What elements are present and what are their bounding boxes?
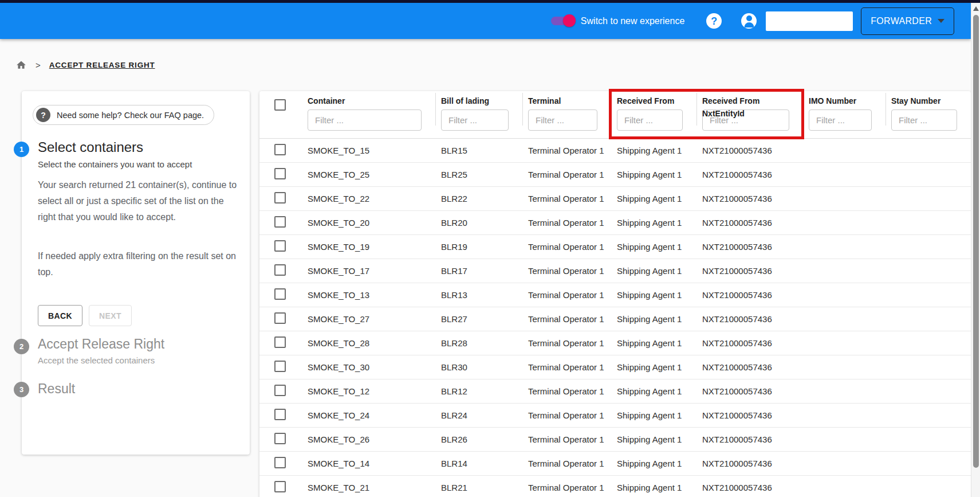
- row-checkbox[interactable]: [274, 481, 286, 492]
- row-checkbox[interactable]: [274, 433, 286, 444]
- scrollbar-thumb[interactable]: [973, 15, 979, 468]
- column-label-bill-of-lading[interactable]: Bill of lading: [441, 95, 522, 109]
- cell-bill-of-lading: BLR17: [435, 266, 522, 276]
- row-checkbox[interactable]: [274, 240, 286, 252]
- column-imo-number: IMO Number: [803, 91, 885, 131]
- row-checkbox[interactable]: [274, 457, 286, 468]
- column-label-received-from-nxtentityid[interactable]: Received From NxtEntityId: [702, 95, 803, 109]
- cell-bill-of-lading: BLR28: [435, 338, 522, 348]
- cell-bill-of-lading: BLR19: [435, 242, 522, 252]
- table-row[interactable]: SMOKE_TO_12BLR12Terminal Operator 1Shipp…: [259, 379, 971, 404]
- table-row[interactable]: SMOKE_TO_21BLR21Terminal Operator 1Shipp…: [259, 476, 971, 497]
- table-row[interactable]: SMOKE_TO_30BLR30Terminal Operator 1Shipp…: [259, 355, 971, 379]
- vertical-scrollbar[interactable]: [971, 3, 980, 497]
- table-row[interactable]: SMOKE_TO_24BLR24Terminal Operator 1Shipp…: [259, 404, 971, 428]
- wizard-buttons: BACK NEXT: [38, 305, 132, 326]
- column-label-container[interactable]: Container: [308, 95, 435, 109]
- cell-received-from-nxt-entity-id: NXT21000057436: [696, 362, 803, 372]
- select-all-cell: [259, 91, 302, 131]
- column-terminal: Terminal: [522, 91, 611, 131]
- faq-help-pill[interactable]: ? Need some help? Check our FAQ page.: [33, 105, 214, 125]
- step-1-subtitle: Select the containers you want to accept: [38, 159, 239, 169]
- row-checkbox-cell: [259, 144, 302, 157]
- filter-input-bill-of-lading[interactable]: [441, 109, 509, 131]
- table-row[interactable]: SMOKE_TO_28BLR28Terminal Operator 1Shipp…: [259, 331, 971, 355]
- row-checkbox[interactable]: [274, 216, 286, 228]
- table-row[interactable]: SMOKE_TO_20BLR20Terminal Operator 1Shipp…: [259, 211, 971, 235]
- column-label-imo-number[interactable]: IMO Number: [809, 95, 885, 109]
- cell-received-from-nxt-entity-id: NXT21000057436: [696, 194, 803, 204]
- cell-received-from: Shipping Agent 1: [611, 338, 696, 348]
- column-label-received-from[interactable]: Received From: [617, 95, 696, 109]
- row-checkbox[interactable]: [274, 336, 286, 348]
- cell-received-from: Shipping Agent 1: [611, 386, 696, 396]
- cell-container: SMOKE_TO_27: [302, 314, 435, 324]
- row-checkbox[interactable]: [274, 168, 286, 179]
- cell-terminal: Terminal Operator 1: [522, 170, 611, 179]
- next-button[interactable]: NEXT: [89, 305, 132, 326]
- table-row[interactable]: SMOKE_TO_26BLR26Terminal Operator 1Shipp…: [259, 428, 971, 452]
- help-icon[interactable]: ?: [706, 13, 722, 29]
- step-1-badge: 1: [14, 142, 29, 157]
- table-row[interactable]: SMOKE_TO_17BLR17Terminal Operator 1Shipp…: [259, 259, 971, 283]
- cell-received-from-nxt-entity-id: NXT21000057436: [696, 338, 803, 348]
- experience-toggle[interactable]: [551, 17, 574, 25]
- row-checkbox[interactable]: [274, 409, 286, 420]
- row-checkbox[interactable]: [274, 264, 286, 276]
- header-text-input[interactable]: [766, 11, 853, 31]
- scrollbar-up-arrow[interactable]: [973, 6, 979, 11]
- step-2-badge: 2: [14, 339, 29, 354]
- home-icon[interactable]: [15, 60, 27, 71]
- row-checkbox-cell: [259, 312, 302, 326]
- cell-container: SMOKE_TO_12: [302, 386, 435, 396]
- table-body: SMOKE_TO_15BLR15Terminal Operator 1Shipp…: [259, 139, 971, 497]
- toggle-thumb[interactable]: [563, 14, 576, 27]
- cell-container: SMOKE_TO_13: [302, 290, 435, 300]
- cell-bill-of-lading: BLR14: [435, 459, 522, 468]
- table-row[interactable]: SMOKE_TO_14BLR14Terminal Operator 1Shipp…: [259, 452, 971, 476]
- filter-input-imo-number[interactable]: [809, 109, 872, 131]
- filter-input-stay-number[interactable]: [891, 109, 957, 131]
- cell-bill-of-lading: BLR27: [435, 314, 522, 324]
- cell-received-from: Shipping Agent 1: [611, 194, 696, 204]
- row-checkbox[interactable]: [274, 144, 286, 155]
- table-row[interactable]: SMOKE_TO_19BLR19Terminal Operator 1Shipp…: [259, 235, 971, 259]
- table-row[interactable]: SMOKE_TO_13BLR13Terminal Operator 1Shipp…: [259, 283, 971, 307]
- filter-input-container[interactable]: [308, 109, 422, 131]
- cell-container: SMOKE_TO_14: [302, 459, 435, 468]
- table-row[interactable]: SMOKE_TO_27BLR27Terminal Operator 1Shipp…: [259, 307, 971, 331]
- row-checkbox-cell: [259, 336, 302, 350]
- back-button[interactable]: BACK: [38, 305, 82, 326]
- cell-terminal: Terminal Operator 1: [522, 194, 611, 204]
- step-3-badge: 3: [14, 382, 29, 397]
- filter-input-terminal[interactable]: [528, 109, 597, 131]
- filter-input-received-from[interactable]: [617, 109, 683, 131]
- row-checkbox[interactable]: [274, 361, 286, 372]
- step-3-section: Result: [38, 381, 239, 397]
- cell-received-from: Shipping Agent 1: [611, 242, 696, 252]
- row-checkbox[interactable]: [274, 288, 286, 300]
- cell-received-from-nxt-entity-id: NXT21000057436: [696, 410, 803, 420]
- cell-received-from-nxt-entity-id: NXT21000057436: [696, 218, 803, 228]
- row-checkbox[interactable]: [274, 385, 286, 396]
- table-row[interactable]: SMOKE_TO_25BLR25Terminal Operator 1Shipp…: [259, 163, 971, 187]
- role-selector-button[interactable]: FORWARDER: [861, 7, 954, 35]
- column-label-terminal[interactable]: Terminal: [528, 95, 611, 109]
- breadcrumb-current-page[interactable]: ACCEPT RELEASE RIGHT: [49, 61, 155, 69]
- account-icon[interactable]: [741, 13, 757, 29]
- breadcrumb-separator: >: [36, 60, 41, 70]
- column-label-stay-number[interactable]: Stay Number: [891, 95, 971, 109]
- row-checkbox-cell: [259, 409, 302, 422]
- cell-received-from-nxt-entity-id: NXT21000057436: [696, 146, 803, 155]
- select-all-checkbox[interactable]: [274, 99, 286, 111]
- row-checkbox[interactable]: [274, 312, 286, 324]
- table-row[interactable]: SMOKE_TO_22BLR22Terminal Operator 1Shipp…: [259, 187, 971, 211]
- cell-bill-of-lading: BLR15: [435, 146, 522, 155]
- cell-received-from: Shipping Agent 1: [611, 290, 696, 300]
- chevron-down-icon: [938, 19, 944, 23]
- row-checkbox-cell: [259, 361, 302, 374]
- row-checkbox[interactable]: [274, 192, 286, 204]
- row-checkbox-cell: [259, 457, 302, 470]
- table-row[interactable]: SMOKE_TO_15BLR15Terminal Operator 1Shipp…: [259, 139, 971, 163]
- cell-container: SMOKE_TO_28: [302, 338, 435, 348]
